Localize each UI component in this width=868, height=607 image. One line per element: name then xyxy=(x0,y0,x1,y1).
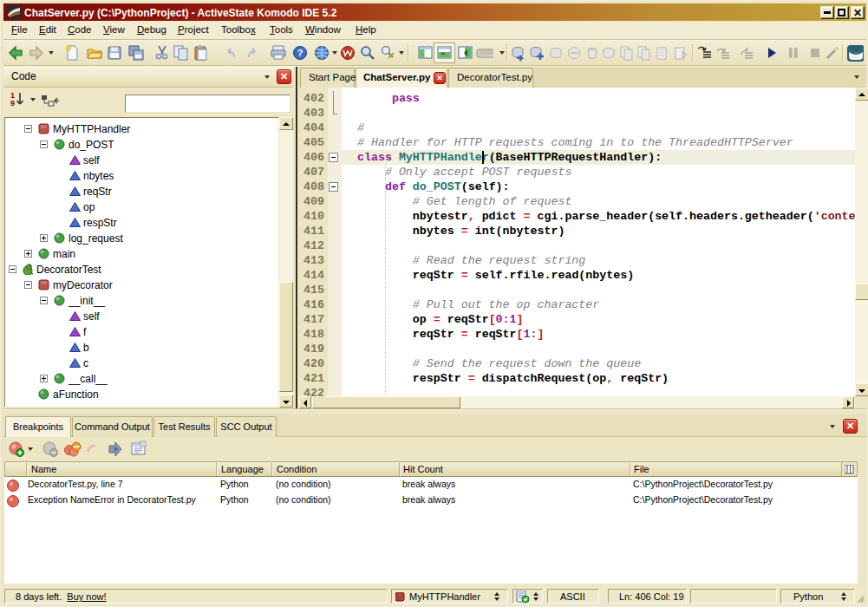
svg-text:?: ? xyxy=(297,48,303,58)
